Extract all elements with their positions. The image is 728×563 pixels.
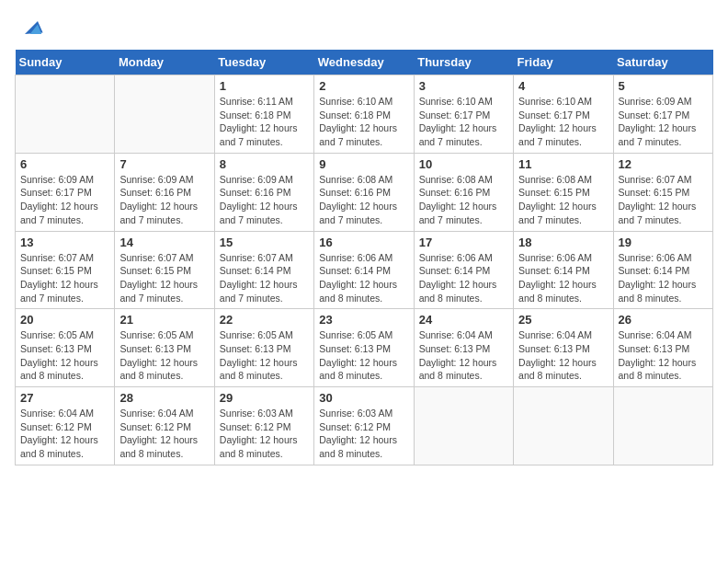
day-info: Sunrise: 6:08 AM Sunset: 6:16 PM Dayligh… [419, 173, 508, 227]
calendar-cell: 14Sunrise: 6:07 AM Sunset: 6:15 PM Dayli… [115, 231, 214, 309]
day-info: Sunrise: 6:10 AM Sunset: 6:18 PM Dayligh… [319, 95, 408, 149]
calendar-cell: 22Sunrise: 6:05 AM Sunset: 6:13 PM Dayli… [214, 309, 313, 387]
day-number: 9 [319, 157, 408, 171]
day-info: Sunrise: 6:06 AM Sunset: 6:14 PM Dayligh… [518, 251, 608, 305]
calendar-cell: 17Sunrise: 6:06 AM Sunset: 6:14 PM Dayli… [414, 231, 513, 309]
calendar-cell: 18Sunrise: 6:06 AM Sunset: 6:14 PM Dayli… [514, 231, 613, 309]
calendar-cell: 2Sunrise: 6:10 AM Sunset: 6:18 PM Daylig… [314, 75, 414, 154]
day-info: Sunrise: 6:04 AM Sunset: 6:13 PM Dayligh… [619, 328, 708, 383]
day-number: 8 [220, 157, 309, 171]
day-number: 15 [220, 236, 309, 249]
day-number: 12 [619, 157, 708, 171]
day-number: 11 [518, 157, 608, 171]
day-number: 19 [619, 236, 708, 249]
day-info: Sunrise: 6:08 AM Sunset: 6:15 PM Dayligh… [518, 173, 608, 227]
day-number: 26 [619, 313, 708, 327]
day-number: 25 [518, 313, 608, 327]
calendar-cell: 19Sunrise: 6:06 AM Sunset: 6:14 PM Dayli… [613, 231, 712, 309]
day-info: Sunrise: 6:08 AM Sunset: 6:16 PM Dayligh… [319, 173, 408, 227]
day-info: Sunrise: 6:04 AM Sunset: 6:12 PM Dayligh… [20, 407, 109, 461]
day-number: 17 [419, 236, 508, 249]
day-number: 14 [119, 236, 209, 249]
calendar-cell: 11Sunrise: 6:08 AM Sunset: 6:15 PM Dayli… [514, 153, 613, 231]
day-number: 28 [119, 391, 209, 405]
week-row-4: 20Sunrise: 6:05 AM Sunset: 6:13 PM Dayli… [16, 309, 713, 387]
page-header [15, 15, 713, 40]
calendar-cell: 7Sunrise: 6:09 AM Sunset: 6:16 PM Daylig… [115, 153, 214, 231]
day-number: 1 [220, 79, 309, 93]
day-info: Sunrise: 6:09 AM Sunset: 6:16 PM Dayligh… [119, 173, 209, 227]
calendar-cell: 24Sunrise: 6:04 AM Sunset: 6:13 PM Dayli… [414, 309, 513, 387]
day-number: 27 [20, 391, 109, 405]
calendar-cell: 25Sunrise: 6:04 AM Sunset: 6:13 PM Dayli… [514, 309, 613, 387]
day-info: Sunrise: 6:10 AM Sunset: 6:17 PM Dayligh… [518, 95, 608, 149]
day-info: Sunrise: 6:05 AM Sunset: 6:13 PM Dayligh… [220, 328, 309, 383]
day-info: Sunrise: 6:06 AM Sunset: 6:14 PM Dayligh… [619, 251, 708, 305]
calendar-cell [115, 75, 214, 154]
calendar-cell [414, 387, 513, 465]
day-info: Sunrise: 6:07 AM Sunset: 6:15 PM Dayligh… [119, 251, 209, 305]
calendar-cell: 29Sunrise: 6:03 AM Sunset: 6:12 PM Dayli… [214, 387, 313, 465]
calendar-body: 1Sunrise: 6:11 AM Sunset: 6:18 PM Daylig… [16, 75, 713, 465]
calendar-cell: 9Sunrise: 6:08 AM Sunset: 6:16 PM Daylig… [314, 153, 414, 231]
calendar-table: SundayMondayTuesdayWednesdayThursdayFrid… [15, 50, 713, 465]
day-info: Sunrise: 6:05 AM Sunset: 6:13 PM Dayligh… [20, 328, 109, 383]
calendar-cell: 10Sunrise: 6:08 AM Sunset: 6:16 PM Dayli… [414, 153, 513, 231]
calendar-cell: 5Sunrise: 6:09 AM Sunset: 6:17 PM Daylig… [613, 75, 712, 154]
calendar-cell: 20Sunrise: 6:05 AM Sunset: 6:13 PM Dayli… [16, 309, 115, 387]
day-info: Sunrise: 6:06 AM Sunset: 6:14 PM Dayligh… [319, 251, 408, 305]
calendar-cell: 3Sunrise: 6:10 AM Sunset: 6:17 PM Daylig… [414, 75, 513, 154]
day-info: Sunrise: 6:07 AM Sunset: 6:15 PM Dayligh… [20, 251, 109, 305]
calendar-cell: 27Sunrise: 6:04 AM Sunset: 6:12 PM Dayli… [16, 387, 115, 465]
day-number: 24 [419, 313, 508, 327]
day-info: Sunrise: 6:11 AM Sunset: 6:18 PM Dayligh… [220, 95, 309, 149]
day-info: Sunrise: 6:09 AM Sunset: 6:17 PM Dayligh… [20, 173, 109, 227]
week-row-5: 27Sunrise: 6:04 AM Sunset: 6:12 PM Dayli… [16, 387, 713, 465]
calendar-cell: 13Sunrise: 6:07 AM Sunset: 6:15 PM Dayli… [16, 231, 115, 309]
calendar-cell: 1Sunrise: 6:11 AM Sunset: 6:18 PM Daylig… [214, 75, 313, 154]
day-number: 7 [119, 157, 209, 171]
day-number: 23 [319, 313, 408, 327]
calendar-cell [613, 387, 712, 465]
calendar-header: SundayMondayTuesdayWednesdayThursdayFrid… [16, 50, 713, 75]
week-row-2: 6Sunrise: 6:09 AM Sunset: 6:17 PM Daylig… [16, 153, 713, 231]
calendar-cell [514, 387, 613, 465]
week-row-1: 1Sunrise: 6:11 AM Sunset: 6:18 PM Daylig… [16, 75, 713, 154]
day-number: 6 [20, 157, 109, 171]
day-info: Sunrise: 6:04 AM Sunset: 6:13 PM Dayligh… [419, 328, 508, 383]
day-info: Sunrise: 6:09 AM Sunset: 6:16 PM Dayligh… [220, 173, 309, 227]
weekday-header-monday: Monday [115, 50, 214, 75]
weekday-header-friday: Friday [514, 50, 613, 75]
calendar-cell: 8Sunrise: 6:09 AM Sunset: 6:16 PM Daylig… [214, 153, 313, 231]
day-info: Sunrise: 6:03 AM Sunset: 6:12 PM Dayligh… [220, 407, 309, 461]
day-info: Sunrise: 6:07 AM Sunset: 6:14 PM Dayligh… [220, 251, 309, 305]
weekday-header-sunday: Sunday [16, 50, 115, 75]
weekday-header-row: SundayMondayTuesdayWednesdayThursdayFrid… [16, 50, 713, 75]
calendar-cell: 12Sunrise: 6:07 AM Sunset: 6:15 PM Dayli… [613, 153, 712, 231]
calendar-cell: 30Sunrise: 6:03 AM Sunset: 6:12 PM Dayli… [314, 387, 414, 465]
day-number: 22 [220, 313, 309, 327]
day-number: 13 [20, 236, 109, 249]
calendar-cell: 16Sunrise: 6:06 AM Sunset: 6:14 PM Dayli… [314, 231, 414, 309]
day-number: 10 [419, 157, 508, 171]
calendar-cell: 4Sunrise: 6:10 AM Sunset: 6:17 PM Daylig… [514, 75, 613, 154]
day-info: Sunrise: 6:10 AM Sunset: 6:17 PM Dayligh… [419, 95, 508, 149]
day-number: 4 [518, 79, 608, 93]
calendar-cell: 6Sunrise: 6:09 AM Sunset: 6:17 PM Daylig… [16, 153, 115, 231]
weekday-header-thursday: Thursday [414, 50, 513, 75]
week-row-3: 13Sunrise: 6:07 AM Sunset: 6:15 PM Dayli… [16, 231, 713, 309]
day-number: 5 [619, 79, 708, 93]
day-number: 2 [319, 79, 408, 93]
day-number: 21 [119, 313, 209, 327]
weekday-header-saturday: Saturday [613, 50, 712, 75]
day-info: Sunrise: 6:09 AM Sunset: 6:17 PM Dayligh… [619, 95, 708, 149]
day-info: Sunrise: 6:05 AM Sunset: 6:13 PM Dayligh… [119, 328, 209, 383]
day-info: Sunrise: 6:07 AM Sunset: 6:15 PM Dayligh… [619, 173, 708, 227]
day-number: 18 [518, 236, 608, 249]
weekday-header-wednesday: Wednesday [314, 50, 414, 75]
day-info: Sunrise: 6:03 AM Sunset: 6:12 PM Dayligh… [319, 407, 408, 461]
logo [15, 15, 44, 40]
day-number: 29 [220, 391, 309, 405]
calendar-cell: 15Sunrise: 6:07 AM Sunset: 6:14 PM Dayli… [214, 231, 313, 309]
day-number: 16 [319, 236, 408, 249]
